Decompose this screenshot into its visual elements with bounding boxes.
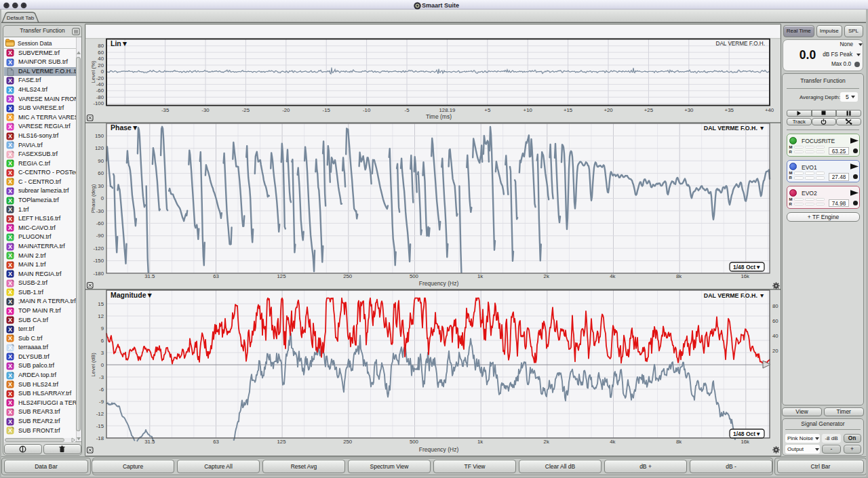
svg-text:X: X [7,151,12,158]
svg-text:X: X [7,271,12,278]
svg-text:X: X [7,142,12,148]
svg-text:X: X [7,123,12,130]
svg-text:X: X [7,207,12,214]
svg-text:X: X [7,344,12,351]
svg-text:X: X [7,400,12,407]
svg-text:X: X [7,363,12,370]
svg-text:X: X [7,87,12,94]
svg-text:X: X [7,354,12,361]
svg-text:X: X [7,115,12,121]
svg-text:X: X [7,59,12,66]
svg-text:Default Tab: Default Tab [7,15,35,21]
svg-text:X: X [7,216,12,222]
svg-text:X: X [7,77,12,84]
svg-text:X: X [7,234,12,241]
svg-text:X: X [7,179,12,186]
svg-text:X: X [7,161,12,167]
svg-text:X: X [7,317,12,323]
svg-text:X: X [7,372,12,379]
svg-text:X: X [7,409,12,416]
svg-text:X: X [7,50,12,57]
svg-text:X: X [7,382,12,389]
svg-text:X: X [7,262,12,268]
svg-text:X: X [7,336,12,342]
svg-text:X: X [7,225,12,232]
svg-text:X: X [7,290,12,296]
svg-text:X: X [7,280,12,287]
svg-text:X: X [7,105,12,112]
svg-text:X: X [7,418,12,425]
svg-text:X: X [7,96,12,103]
svg-text:X: X [7,170,12,176]
svg-text:X: X [7,133,12,140]
svg-text:X: X [7,197,12,204]
svg-text:X: X [7,308,12,315]
svg-text:X: X [7,243,12,250]
svg-text:X: X [7,391,12,397]
svg-text:X: X [7,252,12,259]
svg-text:X: X [7,188,12,195]
svg-text:X: X [7,326,12,333]
svg-text:X: X [7,427,12,434]
svg-text:X: X [7,298,12,305]
